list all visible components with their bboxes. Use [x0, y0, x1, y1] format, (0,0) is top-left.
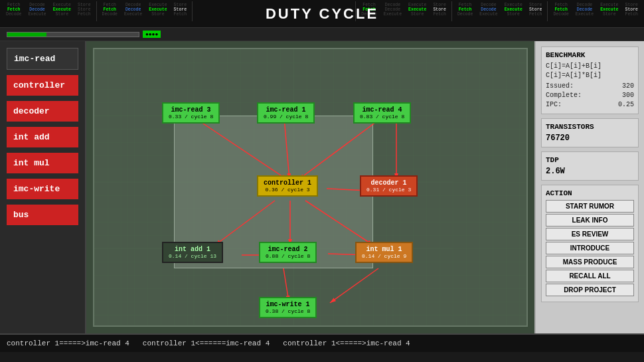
pipeline-bar: Fetch Fetch Decode Decode Decode Execute… [0, 0, 644, 28]
leak-info-button[interactable]: LEAK INFO [546, 214, 634, 226]
transistors-section: TRANSISTORS 76720 [541, 118, 639, 147]
benchmark-line2: C[i]=A[i]*B[i] [546, 71, 634, 80]
left-sidebar: imc-read controller decoder int add int … [0, 41, 86, 333]
action-title: ACTION [546, 189, 634, 197]
introduce-button[interactable]: INTRODUCE [546, 242, 634, 254]
node-controller-1[interactable]: controller 1 0.36 / cycle 3 [257, 175, 318, 197]
pipe-fetch-2: Fetch Fetch Decode [100, 1, 120, 18]
complete-label: Complete: [546, 91, 582, 100]
pipe-decode-1: Decode Decode Execute [25, 1, 48, 18]
pipe-decode-3: Decode Decode Execute [381, 1, 404, 18]
pipe-store-4: Store Store Fetch [526, 1, 545, 18]
pipe-execute-2: Execute Execute Store [146, 1, 169, 18]
center-canvas: imc-read 3 0.33 / cycle 8 imc-read 1 0.9… [86, 41, 534, 333]
tdp-section: TDP 2.6W [541, 151, 639, 181]
issued-label: Issued: [546, 82, 574, 91]
pipe-decode-5: Decode Decode Execute [573, 1, 596, 18]
progress-bar-area: ●●●● [0, 28, 644, 41]
tdp-title: TDP [546, 156, 634, 164]
pipe-decode-4: Decode Decode Execute [477, 1, 500, 18]
ipc-label: IPC: [546, 100, 562, 110]
transistors-value: 76720 [546, 134, 634, 143]
pipe-decode-2: Decode Decode Execute [121, 1, 145, 18]
drop-project-button[interactable]: DROP PROJECT [546, 284, 634, 296]
pipe-execute-3: Execute Execute Store [406, 1, 429, 18]
progress-indicator: ●●●● [143, 31, 161, 38]
recall-all-button[interactable]: RECALL ALL [546, 270, 634, 282]
status-message-3: controller 1<=====>imc-read 4 [283, 339, 410, 347]
benchmark-line1: C[i]=A[i]+B[i] [546, 62, 634, 71]
es-review-button[interactable]: ES REVIEW [546, 228, 634, 240]
node-imc-read-1[interactable]: imc-read 1 0.99 / cycle 8 [257, 102, 315, 124]
benchmark-title: BENCHMARK [546, 51, 634, 59]
node-imc-read-2[interactable]: imc-read 2 0.88 / cycle 8 [259, 242, 317, 263]
complete-value: 300 [622, 91, 634, 100]
pipe-store-1: Store Store Fetch [75, 1, 94, 18]
progress-fill [7, 33, 46, 37]
pipe-execute-5: Execute Execute Store [598, 1, 621, 18]
pipe-execute-4: Execute Execute Store [502, 1, 525, 18]
pipe-fetch-5: Fetch Fetch Decode [550, 1, 571, 18]
cpu-board: imc-read 3 0.33 / cycle 8 imc-read 1 0.9… [93, 48, 528, 327]
sidebar-item-imc-read[interactable]: imc-read [7, 48, 78, 70]
start-rumor-button[interactable]: START RUMOR [546, 200, 634, 213]
sidebar-item-int-add[interactable]: int add [7, 127, 78, 147]
benchmark-section: BENCHMARK C[i]=A[i]+B[i] C[i]=A[i]*B[i] … [541, 46, 639, 114]
pipe-store-3: Store Store Fetch [430, 1, 449, 18]
sidebar-item-imc-write[interactable]: imc-write [7, 179, 78, 199]
page-title: DUTY CYCLE [266, 5, 378, 23]
node-decoder-1[interactable]: decoder 1 0.31 / cycle 3 [360, 175, 418, 197]
sidebar-item-int-mul[interactable]: int mul [7, 153, 78, 173]
pipe-fetch-1: Fetch Fetch Decode [3, 1, 24, 18]
node-int-mul-1[interactable]: int mul 1 0.14 / cycle 9 [355, 242, 413, 263]
sidebar-item-controller[interactable]: controller [7, 75, 78, 96]
right-panel: BENCHMARK C[i]=A[i]+B[i] C[i]=A[i]*B[i] … [534, 41, 644, 333]
pipe-fetch-4: Fetch Fetch Decode [455, 1, 475, 18]
bottom-bar: controller 1=====>imc-read 4 controller … [0, 333, 644, 352]
ipc-value: 0.25 [618, 100, 634, 110]
node-imc-write-1[interactable]: imc-write 1 0.38 / cycle 8 [259, 297, 317, 318]
node-imc-read-4[interactable]: imc-read 4 0.83 / cycle 8 [353, 102, 411, 124]
tdp-value: 2.6W [546, 167, 634, 176]
pipe-execute-1: Execute Execute Store [50, 1, 74, 18]
issued-value: 320 [622, 82, 634, 91]
transistors-title: TRANSISTORS [546, 123, 634, 131]
node-int-add-1[interactable]: int add 1 0.14 / cycle 13 [162, 242, 223, 263]
sidebar-item-bus[interactable]: bus [7, 205, 78, 225]
mass-produce-button[interactable]: MASS PRODUCE [546, 256, 634, 268]
sidebar-item-decoder[interactable]: decoder [7, 101, 78, 122]
pipe-store-5: Store Store Fetch [622, 1, 641, 18]
status-message-1: controller 1=====>imc-read 4 [7, 339, 129, 347]
status-message-2: controller 1<======imc-read 4 [143, 339, 270, 347]
progress-track [7, 32, 139, 37]
node-imc-read-3[interactable]: imc-read 3 0.33 / cycle 8 [162, 102, 220, 124]
action-section: ACTION START RUMOR LEAK INFO ES REVIEW I… [541, 185, 639, 302]
main-content: imc-read controller decoder int add int … [0, 41, 644, 333]
pipe-store-2: Store Store Fetch [171, 1, 190, 18]
